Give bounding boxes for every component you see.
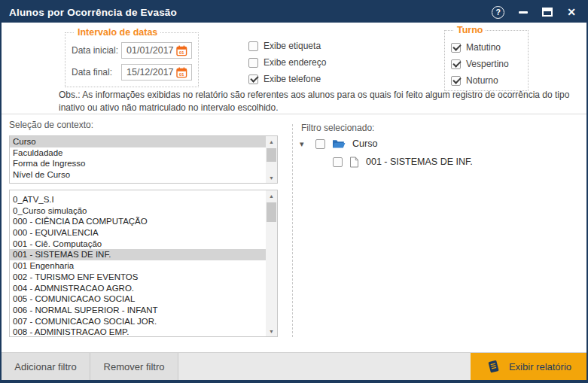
list-item[interactable]: 001 Engenharia xyxy=(10,260,266,272)
list-item[interactable]: 001 - Ciê. Computação xyxy=(10,239,266,250)
scrollbar-track[interactable] xyxy=(266,147,277,172)
checkbox-option: Matutino xyxy=(451,39,528,56)
date-range-legend: Intervalo de datas xyxy=(75,27,160,38)
list-item[interactable]: 008 - ADMINISTRACAO EMP. xyxy=(10,327,266,336)
checkbox-label: Noturno xyxy=(466,75,498,86)
vertical-divider xyxy=(292,124,293,337)
scroll-up-icon[interactable]: ▲ xyxy=(266,190,277,201)
checkbox-option: Exibe endereço xyxy=(248,54,326,71)
help-icon[interactable]: ? xyxy=(492,6,504,19)
checkbox[interactable] xyxy=(248,58,258,68)
scrollbar[interactable]: ▲ ▼ xyxy=(266,190,277,336)
checkbox-label: Exibe etiqueta xyxy=(264,41,321,51)
scrollbar[interactable]: ▲ ▼ xyxy=(266,136,277,183)
svg-text:01: 01 xyxy=(179,71,184,76)
list-item[interactable]: 002 - TURISMO ENF EVENTOS xyxy=(10,272,266,283)
list-item[interactable]: Curso xyxy=(10,136,266,147)
values-listbox: 0_ATV_S.I0_Curso simulação000 - CIÊNCIA … xyxy=(9,190,278,337)
footer-bar: Adicionar filtro Remover filtro Exibir r… xyxy=(2,352,586,380)
tree-checkbox[interactable] xyxy=(333,157,343,167)
checkbox[interactable] xyxy=(248,74,258,84)
list-item[interactable]: 0_Curso simulação xyxy=(10,205,266,217)
date-range-fieldset: Intervalo de datas Data inicial: 01 Data… xyxy=(65,27,199,87)
shift-legend: Turno xyxy=(454,25,486,35)
end-date-field: 01 xyxy=(121,64,192,81)
scrollbar-thumb[interactable] xyxy=(267,202,276,222)
scroll-up-icon[interactable]: ▲ xyxy=(266,136,277,147)
maximize-icon[interactable] xyxy=(542,8,553,17)
list-item[interactable]: Forma de Ingresso xyxy=(10,158,266,169)
show-report-button[interactable]: Exibir relatório xyxy=(471,353,586,380)
open-folder-icon xyxy=(332,139,346,149)
checkbox[interactable] xyxy=(451,76,461,86)
file-icon xyxy=(349,157,359,168)
note-text: Obs.: As informações exibidas no relatór… xyxy=(59,89,586,114)
calendar-icon[interactable]: 01 xyxy=(176,67,187,78)
checkbox-label: Vespertino xyxy=(466,59,509,69)
window-controls: ? ✕ xyxy=(492,6,576,19)
list-item[interactable]: 005 - COMUNICACAO SOCIAL xyxy=(10,293,266,305)
list-item[interactable]: 007 - COMUNICACAO SOCIAL JOR. xyxy=(10,316,266,327)
list-item[interactable]: 000 - CIÊNCIA DA COMPUTAÇÃO xyxy=(10,216,266,227)
show-report-label: Exibir relatório xyxy=(509,361,571,372)
end-date-input[interactable] xyxy=(126,67,176,78)
checkbox-option: Exibe etiqueta xyxy=(248,38,326,54)
list-item[interactable]: 006 - NORMAL SUPERIOR - INFANT xyxy=(10,305,266,316)
minimize-icon[interactable] xyxy=(519,11,528,14)
values-list-items: 0_ATV_S.I0_Curso simulação000 - CIÊNCIA … xyxy=(10,190,266,336)
display-options-group: Exibe etiquetaExibe endereçoExibe telefo… xyxy=(248,38,326,87)
scroll-down-icon[interactable]: ▼ xyxy=(266,326,277,336)
list-item[interactable]: 0_ATV_S.I xyxy=(10,194,266,205)
add-filter-button[interactable]: Adicionar filtro xyxy=(2,353,90,380)
selected-filter-label: Filtro selecionado: xyxy=(301,123,374,133)
scrollbar-thumb[interactable] xyxy=(267,148,276,162)
titlebar: Alunos por Ocorrência de Evasão ? ✕ xyxy=(2,2,586,23)
tree-expander-icon[interactable]: ▾ xyxy=(300,139,310,149)
checkbox-option: Exibe telefone xyxy=(248,71,326,87)
svg-text:01: 01 xyxy=(179,50,184,54)
list-item[interactable]: Nível de Curso xyxy=(10,169,266,181)
context-list-items: CursoFaculdadadeForma de IngressoNível d… xyxy=(10,136,266,183)
shift-fieldset: Turno MatutinoVespertinoNoturno xyxy=(444,25,529,91)
list-item[interactable]: Faculdadade xyxy=(10,147,266,159)
tree-checkbox[interactable] xyxy=(315,139,325,149)
scrollbar-track[interactable] xyxy=(266,201,277,326)
calendar-icon[interactable]: 01 xyxy=(176,45,187,56)
context-listbox: CursoFaculdadadeForma de IngressoNível d… xyxy=(9,135,278,184)
scroll-down-icon[interactable]: ▼ xyxy=(266,172,277,183)
tree-node-curso: ▾ Curso xyxy=(300,137,377,150)
remove-filter-button[interactable]: Remover filtro xyxy=(90,353,178,380)
list-item[interactable]: 004 - ADMNISTRACAO AGRO. xyxy=(10,283,266,294)
context-selection-label: Seleção de contexto: xyxy=(9,120,93,130)
start-date-row: Data inicial: 01 xyxy=(72,42,192,59)
checkbox[interactable] xyxy=(451,43,461,53)
checkbox-label: Matutino xyxy=(466,42,501,53)
dialog-window: Alunos por Ocorrência de Evasão ? ✕ Inte… xyxy=(0,0,588,383)
tree-node-label[interactable]: Curso xyxy=(352,138,377,149)
checkbox-label: Exibe endereço xyxy=(264,57,326,68)
start-date-label: Data inicial: xyxy=(72,45,121,56)
end-date-label: Data final: xyxy=(72,67,121,78)
start-date-field: 01 xyxy=(121,42,192,59)
checkbox-option: Vespertino xyxy=(451,56,528,72)
start-date-input[interactable] xyxy=(126,45,176,56)
list-item[interactable]: 001 - SISTEMAS DE INF. xyxy=(10,249,266,260)
shift-options-group: MatutinoVespertinoNoturno xyxy=(451,39,528,89)
list-item[interactable]: 000 - EQUIVALENCIA xyxy=(10,227,266,239)
close-icon[interactable]: ✕ xyxy=(567,7,576,17)
tree-leaf-curso-valor: 001 - SISTEMAS DE INF. xyxy=(333,155,473,169)
dialog-content: Intervalo de datas Data inicial: 01 Data… xyxy=(2,23,586,352)
checkbox[interactable] xyxy=(451,59,461,69)
tree-leaf-label[interactable]: 001 - SISTEMAS DE INF. xyxy=(366,157,473,167)
report-icon xyxy=(486,359,501,374)
checkbox-option: Noturno xyxy=(451,72,528,89)
window-title: Alunos por Ocorrência de Evasão xyxy=(9,7,492,18)
checkbox[interactable] xyxy=(248,41,258,51)
checkbox-label: Exibe telefone xyxy=(264,74,321,84)
horizontal-separator xyxy=(2,114,586,114)
end-date-row: Data final: 01 xyxy=(72,64,192,81)
